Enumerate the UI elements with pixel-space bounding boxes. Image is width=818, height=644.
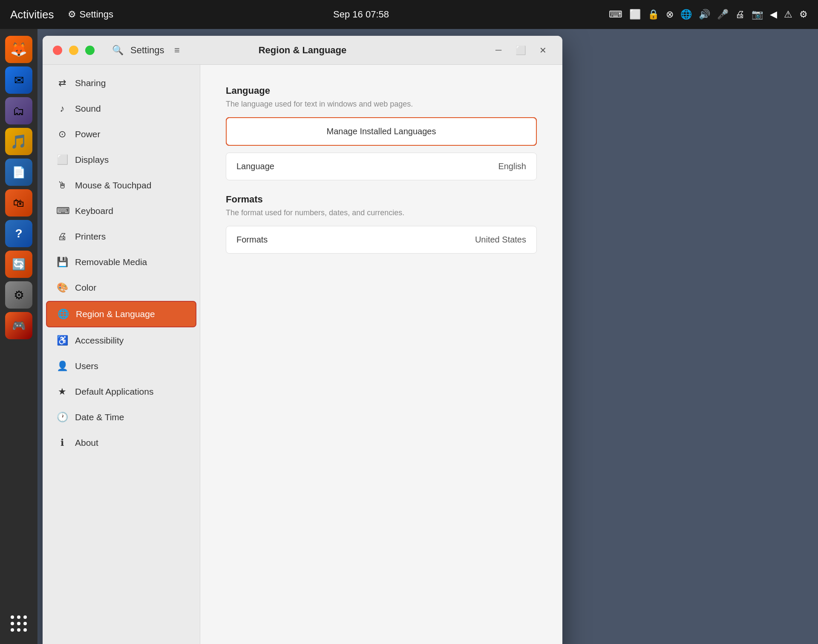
printer-icon: 🖨 [735,9,745,20]
sidebar-item-label-power: Power [75,129,101,139]
sidebar-item-label-datetime: Date & Time [75,412,124,422]
window-close-button[interactable] [53,46,62,55]
language-section-title: Language [226,85,537,96]
sidebar-item-keyboard[interactable]: ⌨ Keyboard [46,199,196,223]
gear-icon-sm: ⚙ [68,9,76,20]
display-icon: ⬜ [629,9,641,20]
dock-item-email[interactable]: ✉ [5,66,32,94]
camera-icon: 📷 [752,9,763,20]
window-minimize-ctrl[interactable]: ─ [489,41,508,60]
sidebar-item-label-accessibility: Accessibility [75,335,124,346]
window-controls: ─ ⬜ ✕ [489,41,552,60]
window-close-ctrl[interactable]: ✕ [533,41,552,60]
sidebar-item-label-displays: Displays [75,155,109,165]
sidebar-item-color[interactable]: 🎨 Color [46,275,196,300]
sidebar-item-label-keyboard: Keyboard [75,206,113,216]
formats-row-value: United States [475,235,526,245]
color-icon: 🎨 [56,282,68,293]
settings-window: 🔍 Settings ≡ Region & Language ─ ⬜ ✕ ⇄ S… [43,36,562,644]
mic-icon: 🎤 [717,9,729,20]
dock-item-files[interactable]: 🗂 [5,97,32,124]
sidebar-item-about[interactable]: ℹ About [46,430,196,455]
dock-item-music[interactable]: 🎵 [5,128,32,155]
alert-icon: ⚠ [784,9,792,20]
language-row-label: Language [236,162,274,171]
dock-item-appstore[interactable]: 🛍 [5,189,32,217]
cast-icon: ◀ [770,9,777,20]
power-icon: ⊙ [56,129,68,140]
sidebar-item-sharing[interactable]: ⇄ Sharing [46,71,196,95]
titlebar-left: 🔍 Settings ≡ [53,41,187,60]
dock-item-writer[interactable]: 📄 [5,159,32,186]
system-bar: Activities ⚙ Settings Sep 16 07:58 ⌨ ⬜ 🔒… [0,0,818,29]
sound-icon: ♪ [56,103,68,114]
manage-languages-button[interactable]: Manage Installed Languages [226,117,537,146]
window-maximize-button[interactable] [85,46,95,55]
formats-row[interactable]: Formats United States [226,226,537,254]
sidebar-item-accessibility[interactable]: ♿ Accessibility [46,328,196,353]
accessibility-icon: ♿ [56,335,68,346]
lock-icon: 🔒 [648,9,659,20]
sidebar-item-printers[interactable]: 🖨 Printers [46,224,196,249]
settings-indicator: ⚙ Settings [68,9,114,20]
dock-item-firefox[interactable]: 🦊 [5,36,32,63]
printers-icon: 🖨 [56,231,68,242]
desktop: 🦊 ✉ 🗂 🎵 📄 🛍 ? 🔄 ⚙ 🎮 🔍 [0,29,818,644]
window-title: Region & Language [259,45,347,56]
window-titlebar: 🔍 Settings ≡ Region & Language ─ ⬜ ✕ [43,36,562,65]
sidebar-item-label-sound: Sound [75,104,101,114]
dock-item-help[interactable]: ? [5,220,32,247]
removable-icon: 💾 [56,257,68,268]
sidebar-item-label-removable: Removable Media [75,257,147,267]
sidebar-item-label-mouse: Mouse & Touchpad [75,180,151,191]
formats-section-title: Formats [226,194,537,205]
default-apps-icon: ★ [56,386,68,397]
sharing-icon: ⇄ [56,78,68,89]
sidebar-item-datetime[interactable]: 🕐 Date & Time [46,405,196,430]
window-restore-ctrl[interactable]: ⬜ [511,41,530,60]
language-section: Language The language used for text in w… [226,85,537,180]
sidebar-item-label-about: About [75,438,98,448]
sidebar-item-region[interactable]: 🌐 Region & Language [46,301,196,327]
dock-item-gaming[interactable]: 🎮 [5,312,32,339]
sidebar-item-label-color: Color [75,283,96,293]
sidebar-item-label-region: Region & Language [76,309,155,319]
displays-icon: ⬜ [56,154,68,165]
mouse-icon: 🖱 [56,180,68,191]
language-section-desc: The language used for text in windows an… [226,100,537,109]
sidebar-item-mouse[interactable]: 🖱 Mouse & Touchpad [46,173,196,198]
sidebar-item-users[interactable]: 👤 Users [46,354,196,378]
dock-item-update[interactable]: 🔄 [5,251,32,278]
language-row[interactable]: Language English [226,153,537,180]
window-body: ⇄ Sharing ♪ Sound ⊙ Power ⬜ Displays 🖱 [43,65,562,644]
system-datetime: Sep 16 07:58 [333,9,389,20]
sidebar-item-sound[interactable]: ♪ Sound [46,96,196,121]
datetime-icon: 🕐 [56,412,68,423]
settings-sidebar: ⇄ Sharing ♪ Sound ⊙ Power ⬜ Displays 🖱 [43,65,200,644]
formats-row-label: Formats [236,235,268,245]
sidebar-item-label-sharing: Sharing [75,78,106,88]
window-minimize-button[interactable] [69,46,78,55]
activities-button[interactable]: Activities [10,8,54,21]
settings-tray-icon[interactable]: ⚙ [799,9,808,20]
keyboard-icon: ⌨ [609,9,622,20]
settings-window-label: Settings [130,45,164,56]
globe-icon: 🌐 [680,9,692,20]
formats-section: Formats The format used for numbers, dat… [226,194,537,254]
keyboard-icon: ⌨ [56,205,68,217]
sidebar-item-default-apps[interactable]: ★ Default Applications [46,379,196,404]
language-row-value: English [498,162,526,171]
sidebar-item-displays[interactable]: ⬜ Displays [46,147,196,172]
sidebar-item-removable[interactable]: 💾 Removable Media [46,250,196,274]
search-button[interactable]: 🔍 [108,41,127,60]
volume-icon: 🔊 [699,9,710,20]
users-icon: 👤 [56,361,68,372]
region-icon: 🌐 [57,309,69,320]
dock-item-grid[interactable] [5,610,32,637]
dock-item-system[interactable]: ⚙ [5,281,32,309]
sidebar-item-label-default-apps: Default Applications [75,387,153,397]
hamburger-menu-button[interactable]: ≡ [168,41,187,60]
sidebar-item-power[interactable]: ⊙ Power [46,122,196,147]
dock: 🦊 ✉ 🗂 🎵 📄 🛍 ? 🔄 ⚙ 🎮 [0,29,37,644]
formats-section-desc: The format used for numbers, dates, and … [226,208,537,217]
